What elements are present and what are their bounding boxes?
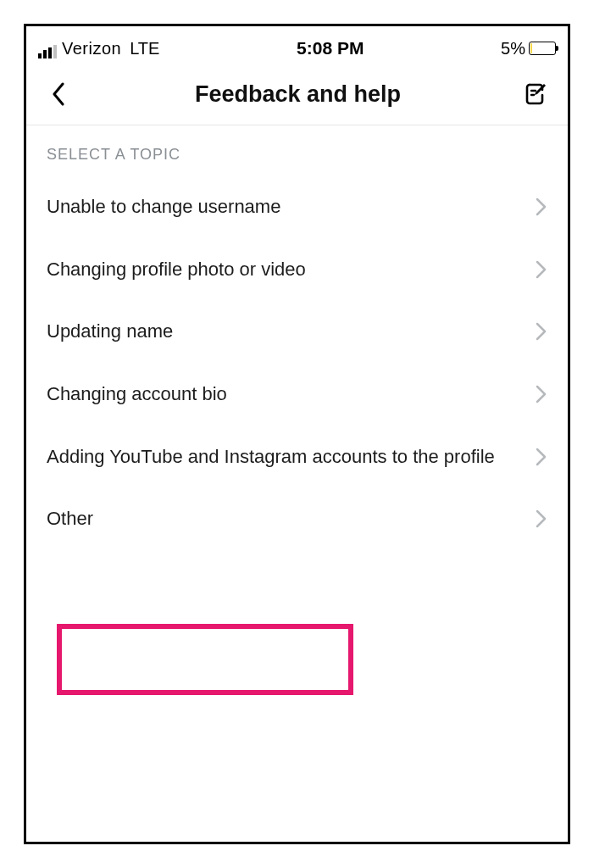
back-button[interactable]: [43, 79, 74, 109]
status-bar: Verizon LTE 5:08 PM 5%: [26, 26, 568, 64]
compose-icon: [525, 82, 548, 106]
topic-label: Updating name: [47, 319, 522, 344]
battery-icon: [529, 42, 556, 55]
signal-icon: [38, 45, 57, 58]
status-right: 5%: [501, 39, 556, 58]
page-title: Feedback and help: [195, 81, 401, 108]
chevron-right-icon: [536, 509, 547, 528]
topic-list: Unable to change username Changing profi…: [26, 175, 568, 550]
topic-item-changing-profile-photo[interactable]: Changing profile photo or video: [26, 238, 568, 301]
network-label: LTE: [130, 39, 159, 58]
nav-header: Feedback and help: [26, 64, 568, 125]
chevron-right-icon: [536, 448, 547, 466]
phone-frame: Verizon LTE 5:08 PM 5% Feedback and help: [24, 24, 570, 844]
topic-item-unable-change-username[interactable]: Unable to change username: [26, 175, 568, 238]
chevron-left-icon: [51, 82, 66, 106]
battery-percent: 5%: [501, 39, 525, 58]
status-left: Verizon LTE: [38, 39, 159, 58]
highlight-annotation: [57, 624, 353, 695]
carrier-label: Verizon: [62, 39, 121, 58]
topic-label: Adding YouTube and Instagram accounts to…: [47, 444, 522, 470]
clock: 5:08 PM: [297, 38, 364, 58]
chevron-right-icon: [536, 198, 547, 216]
topic-item-other[interactable]: Other: [26, 487, 568, 550]
topic-item-changing-account-bio[interactable]: Changing account bio: [26, 363, 568, 426]
topic-label: Unable to change username: [47, 194, 522, 220]
topic-label: Other: [47, 506, 522, 531]
topic-item-adding-youtube-instagram[interactable]: Adding YouTube and Instagram accounts to…: [26, 426, 568, 488]
compose-button[interactable]: [522, 80, 551, 108]
chevron-right-icon: [536, 260, 547, 279]
topic-label: Changing profile photo or video: [47, 257, 522, 282]
topic-item-updating-name[interactable]: Updating name: [26, 300, 568, 363]
chevron-right-icon: [536, 322, 547, 341]
chevron-right-icon: [536, 385, 547, 403]
topic-label: Changing account bio: [47, 381, 522, 407]
section-header: SELECT A TOPIC: [26, 125, 568, 175]
